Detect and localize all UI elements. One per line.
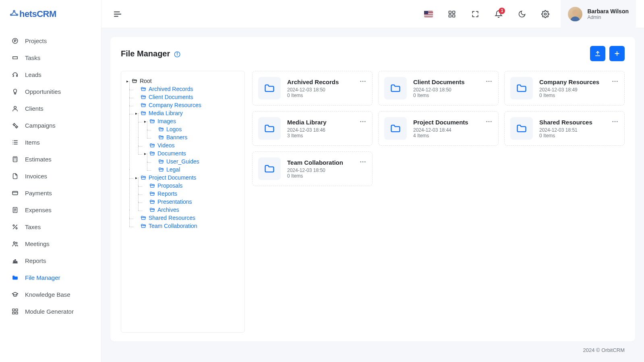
tree-item-label: Reports <box>157 190 177 197</box>
tree-item[interactable]: User_Guides <box>152 157 240 165</box>
folder-more-button[interactable] <box>610 116 620 128</box>
sidebar-item-label: Payments <box>25 190 52 197</box>
sidebar-item-taxes[interactable]: Taxes <box>0 218 101 235</box>
settings-button[interactable] <box>537 6 553 22</box>
tree-item-label: Videos <box>157 142 175 149</box>
sidebar-item-tasks[interactable]: Tasks <box>0 49 101 66</box>
folder-icon <box>384 77 407 99</box>
folder-icon <box>258 157 281 180</box>
tree-item-label: Images <box>157 118 176 124</box>
tree-item-label: Documents <box>157 150 186 157</box>
apps-button[interactable] <box>444 6 460 22</box>
sidebar-item-projects[interactable]: Projects <box>0 32 101 49</box>
sidebar-item-label: File Manager <box>25 274 60 281</box>
tree-root-item[interactable]: ▸Root <box>125 77 240 85</box>
tree-item[interactable]: ▸Documents <box>143 149 240 157</box>
svg-rect-43 <box>449 11 451 13</box>
folder-more-button[interactable] <box>484 76 494 88</box>
folder-card[interactable]: Company Resources2024-12-03 18:490 Items <box>504 71 625 105</box>
menu-toggle-button[interactable] <box>110 6 126 22</box>
svg-point-68 <box>491 121 492 122</box>
svg-point-48 <box>572 10 578 15</box>
folder-card[interactable]: Archived Records2024-12-03 18:500 Items <box>252 71 373 105</box>
tree-item[interactable]: Company Resources <box>134 101 240 109</box>
tree-item[interactable]: Shared Resources <box>134 214 240 222</box>
sidebar-item-invoices[interactable]: Invoices <box>0 168 101 184</box>
svg-point-73 <box>362 161 364 163</box>
tree-item[interactable]: Logos <box>152 125 240 133</box>
sidebar-item-expenses[interactable]: Expenses <box>0 201 101 218</box>
sidebar-item-label: Items <box>25 139 40 146</box>
tree-item-label: Team Collaboration <box>149 223 197 229</box>
tree-item[interactable]: Presentations <box>143 198 240 206</box>
sidebar-item-estimates[interactable]: Estimates <box>0 151 101 168</box>
folder-icon <box>11 274 19 281</box>
tree-item[interactable]: Archived Records <box>134 85 240 93</box>
folder-open-icon <box>149 207 155 213</box>
sidebar-item-clients[interactable]: Clients <box>0 100 101 117</box>
folder-card[interactable]: Media Library2024-12-03 18:463 Items <box>252 111 373 146</box>
tree-item[interactable]: Reports <box>143 190 240 198</box>
sidebar-item-meetings[interactable]: Meetings <box>0 235 101 252</box>
folder-more-button[interactable] <box>358 76 368 88</box>
sidebar-item-knowledge-base[interactable]: Knowledge Base <box>0 286 101 303</box>
tree-item[interactable]: Client Documents <box>134 93 240 101</box>
tree-item[interactable]: ▸Images <box>143 117 240 125</box>
user-role: Admin <box>587 14 629 20</box>
tree-item[interactable]: Proposals <box>143 182 240 190</box>
tree-item[interactable]: ▸Project Documents <box>134 174 240 182</box>
folder-card[interactable]: Shared Resources2024-12-03 18:510 Items <box>504 111 625 146</box>
sidebar-item-opportunities[interactable]: Opportunities <box>0 83 101 100</box>
footer-text: 2024 © OrbitCRM <box>110 341 635 353</box>
svg-point-62 <box>617 81 618 82</box>
fullscreen-button[interactable] <box>467 6 483 22</box>
folder-card[interactable]: Client Documents2024-12-03 18:500 Items <box>378 71 499 105</box>
theme-toggle-button[interactable] <box>514 6 530 22</box>
language-button[interactable] <box>420 6 437 22</box>
folder-name: Company Resources <box>539 79 619 85</box>
user-menu[interactable]: Barbara Wilson Admin <box>561 0 636 28</box>
folder-more-button[interactable] <box>484 116 494 128</box>
folder-icon <box>510 77 533 99</box>
sidebar-item-label: Projects <box>25 37 47 44</box>
folder-open-icon <box>141 215 146 221</box>
tree-item[interactable]: ▸Media Library <box>134 109 240 117</box>
gears-icon <box>11 122 19 129</box>
folder-more-button[interactable] <box>610 76 620 88</box>
sidebar-item-reports[interactable]: Reports <box>0 252 101 269</box>
tree-item-label: Project Documents <box>149 174 196 181</box>
svg-point-72 <box>360 161 361 163</box>
svg-point-67 <box>489 121 490 122</box>
notifications-button[interactable]: 1 <box>491 6 507 22</box>
tree-item[interactable]: Videos <box>143 141 240 149</box>
svg-point-28 <box>13 225 14 226</box>
sidebar-item-campaigns[interactable]: Campaigns <box>0 117 101 134</box>
svg-point-71 <box>617 121 618 122</box>
folder-date: 2024-12-03 18:50 <box>413 87 493 93</box>
folder-card[interactable]: Team Collaboration2024-12-03 18:500 Item… <box>252 151 373 186</box>
folder-more-button[interactable] <box>358 157 368 169</box>
tree-item[interactable]: Banners <box>152 133 240 141</box>
sidebar-item-label: Taxes <box>25 223 41 230</box>
sidebar-item-label: Clients <box>25 105 43 112</box>
tree-item[interactable]: Team Collaboration <box>134 222 240 230</box>
sidebar-item-payments[interactable]: Payments <box>0 184 101 201</box>
folder-item-count: 3 Items <box>287 133 367 139</box>
sidebar-item-leads[interactable]: Leads <box>0 66 101 83</box>
folder-more-button[interactable] <box>358 116 368 128</box>
folder-card[interactable]: Project Documents2024-12-03 18:444 Items <box>378 111 499 146</box>
svg-point-56 <box>364 81 366 82</box>
sidebar-item-items[interactable]: Items <box>0 134 101 151</box>
svg-point-70 <box>615 121 616 122</box>
sidebar-item-file-manager[interactable]: File Manager <box>0 269 101 286</box>
upload-button[interactable] <box>590 46 605 61</box>
info-icon[interactable] <box>174 50 180 57</box>
tree-item[interactable]: Archives <box>143 206 240 214</box>
tree-item[interactable]: Legal <box>152 165 240 174</box>
add-folder-button[interactable] <box>609 46 625 61</box>
sidebar-item-module-generator[interactable]: Module Generator <box>0 303 101 320</box>
folder-icon <box>384 117 407 140</box>
folder-icon <box>258 117 281 140</box>
sidebar-item-label: Leads <box>25 71 41 78</box>
brand-logo[interactable]: hetsCRM <box>0 0 101 28</box>
